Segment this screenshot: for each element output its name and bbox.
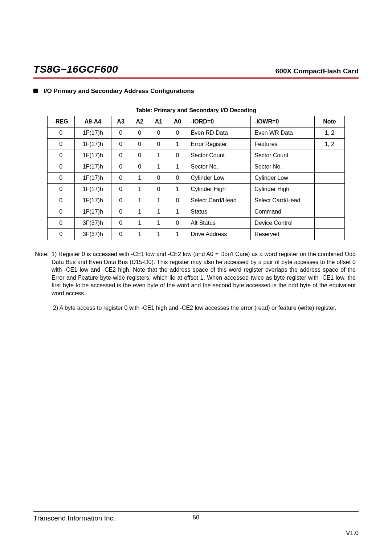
- table-cell: 0: [48, 229, 75, 240]
- col-a2: A2: [130, 116, 149, 127]
- table-cell: 0: [111, 218, 130, 229]
- table-cell: 3F(37)h: [74, 218, 111, 229]
- table-row: 01F(17)h0101Cylinder HighCylinder High: [48, 184, 345, 195]
- table-cell: Sector Count: [187, 150, 251, 161]
- table-cell: 0: [149, 127, 168, 139]
- table-cell: 3F(37)h: [74, 229, 111, 240]
- table-cell: 0: [111, 173, 130, 184]
- table-cell: Cylinder Low: [251, 173, 315, 184]
- note-text-2: 2) A byte access to register 0 with -CE1…: [53, 304, 357, 312]
- table-cell: 1: [130, 173, 149, 184]
- table-cell: 0: [111, 139, 130, 150]
- table-cell: Features: [251, 139, 315, 150]
- table-cell: 1: [130, 229, 149, 240]
- footer-version: V1.0: [346, 530, 359, 537]
- table-cell: Device Control: [251, 218, 315, 229]
- table-row: 03F(37)h0111Drive AddressReserved: [48, 229, 345, 240]
- table-row: 01F(17)h0011Sector No.Sector No.: [48, 161, 345, 173]
- table-cell: 0: [130, 161, 149, 173]
- table-cell: Command: [251, 206, 315, 218]
- table-cell: 1F(17)h: [74, 184, 111, 195]
- table-cell: 0: [48, 161, 75, 173]
- table-cell: 0: [168, 150, 187, 161]
- table-cell: 1F(17)h: [74, 206, 111, 218]
- table-cell: 0: [111, 184, 130, 195]
- section-heading-row: I/O Primary and Secondary Address Config…: [33, 88, 359, 95]
- table-row: 01F(17)h0000Even RD DataEven WR Data1, 2: [48, 127, 345, 139]
- table-cell: [314, 206, 344, 218]
- table-cell: 1, 2: [314, 139, 344, 150]
- table-cell: 1: [130, 218, 149, 229]
- table-cell: 0: [130, 150, 149, 161]
- table-cell: 0: [48, 218, 75, 229]
- table-cell: 0: [111, 206, 130, 218]
- io-decoding-table: -REG A9-A4 A3 A2 A1 A0 -IORD=0 -IOWR=0 N…: [47, 116, 345, 240]
- table-cell: [314, 173, 344, 184]
- table-cell: 0: [48, 173, 75, 184]
- table-cell: 0: [48, 184, 75, 195]
- col-a0: A0: [168, 116, 187, 127]
- table-cell: 0: [48, 195, 75, 206]
- table-cell: 1: [149, 218, 168, 229]
- table-cell: [314, 195, 344, 206]
- table-cell: 0: [48, 206, 75, 218]
- table-cell: 1: [130, 184, 149, 195]
- table-row: 01F(17)h0100Cylinder LowCylinder Low: [48, 173, 345, 184]
- table-row: 01F(17)h0010Sector CountSector Count: [48, 150, 345, 161]
- table-cell: Sector Count: [251, 150, 315, 161]
- note-text-1: 1) Register 0 is accessed with -CE1 low …: [52, 250, 356, 297]
- table-cell: 1: [149, 229, 168, 240]
- col-a1: A1: [149, 116, 168, 127]
- table-cell: 0: [130, 139, 149, 150]
- table-cell: Select Card/Head: [251, 195, 315, 206]
- table-cell: 1F(17)h: [74, 195, 111, 206]
- table-cell: 1: [130, 195, 149, 206]
- table-row: 01F(17)h0001Error RegisterFeatures1, 2: [48, 139, 345, 150]
- col-a3: A3: [111, 116, 130, 127]
- table-cell: 1: [168, 184, 187, 195]
- table-cell: Even WR Data: [251, 127, 315, 139]
- product-subtitle: 600X CompactFlash Card: [275, 67, 359, 75]
- table-cell: 0: [168, 195, 187, 206]
- notes-block: Note:1) Register 0 is accessed with -CE1…: [33, 250, 359, 312]
- table-row: 01F(17)h0111StatusCommand: [48, 206, 345, 218]
- col-iowr: -IOWR=0: [251, 116, 315, 127]
- table-cell: 0: [111, 195, 130, 206]
- table-header-row: -REG A9-A4 A3 A2 A1 A0 -IORD=0 -IOWR=0 N…: [48, 116, 345, 127]
- table-cell: 1F(17)h: [74, 173, 111, 184]
- table-cell: 1: [168, 206, 187, 218]
- note-label: Note:: [35, 250, 52, 258]
- table-cell: Drive Address: [187, 229, 251, 240]
- table-cell: 1F(17)h: [74, 139, 111, 150]
- table-cell: [314, 161, 344, 173]
- table-cell: 0: [168, 218, 187, 229]
- table-cell: Sector No.: [187, 161, 251, 173]
- table-cell: 0: [149, 173, 168, 184]
- col-reg: -REG: [48, 116, 75, 127]
- table-cell: 1F(17)h: [74, 127, 111, 139]
- table-cell: 0: [130, 127, 149, 139]
- table-cell: [314, 229, 344, 240]
- table-cell: Cylinder High: [251, 184, 315, 195]
- table-cell: Reserved: [251, 229, 315, 240]
- page: TS8G~16GCF600 600X CompactFlash Card I/O…: [0, 0, 392, 555]
- table-cell: 1F(17)h: [74, 150, 111, 161]
- table-cell: 1: [149, 195, 168, 206]
- table-row: 01F(17)h0110Select Card/HeadSelect Card/…: [48, 195, 345, 206]
- table-cell: Select Card/Head: [187, 195, 251, 206]
- table-cell: [314, 184, 344, 195]
- table-cell: 1: [168, 139, 187, 150]
- product-title: TS8G~16GCF600: [33, 64, 118, 75]
- table-cell: 0: [149, 184, 168, 195]
- table-cell: [314, 218, 344, 229]
- table-cell: 0: [111, 229, 130, 240]
- table-cell: 1F(17)h: [74, 161, 111, 173]
- table-cell: 0: [111, 127, 130, 139]
- table-cell: 0: [168, 127, 187, 139]
- page-footer: Transcend Information Inc. 50: [33, 511, 359, 522]
- col-a9a4: A9-A4: [74, 116, 111, 127]
- col-note: Note: [314, 116, 344, 127]
- table-cell: 1: [168, 161, 187, 173]
- table-cell: 1: [130, 206, 149, 218]
- table-cell: [314, 150, 344, 161]
